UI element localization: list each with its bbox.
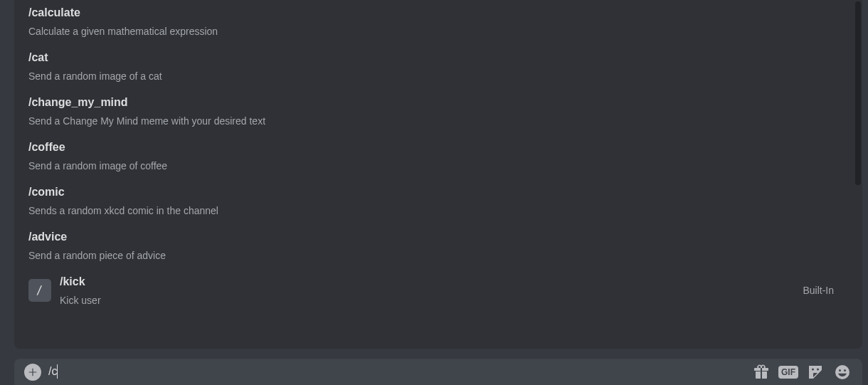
command-item[interactable]: /kickKick userBuilt-In	[28, 269, 840, 314]
command-description: Kick user	[60, 294, 803, 307]
message-input-bar: /c GIF	[14, 359, 862, 385]
command-description: Sends a random xkcd comic in the channel	[28, 204, 840, 217]
text-caret	[57, 364, 58, 379]
message-input[interactable]: /c	[48, 365, 746, 379]
message-input-text: /c	[48, 365, 57, 377]
command-name: /calculate	[28, 6, 840, 25]
command-autocomplete-panel: /calculateCalculate a given mathematical…	[14, 0, 862, 349]
command-item[interactable]: /coffeeSend a random image of coffee	[28, 135, 840, 179]
scrollbar-thumb[interactable]	[855, 1, 861, 185]
command-name: /change_my_mind	[28, 95, 840, 115]
command-name: /kick	[60, 275, 803, 294]
command-description: Calculate a given mathematical expressio…	[28, 25, 840, 38]
gif-button[interactable]: GIF	[780, 364, 797, 381]
gif-icon: GIF	[778, 366, 798, 379]
command-description: Send a random image of a cat	[28, 70, 840, 83]
command-item[interactable]: /adviceSend a random piece of advice	[28, 224, 840, 269]
command-list-scroll[interactable]: /calculateCalculate a given mathematical…	[14, 0, 854, 349]
command-item[interactable]: /catSend a random image of a cat	[28, 45, 840, 90]
plus-icon	[28, 367, 38, 377]
command-name: /advice	[28, 230, 840, 249]
command-body: /adviceSend a random piece of advice	[28, 230, 840, 262]
attach-button[interactable]	[24, 364, 41, 381]
gift-button[interactable]	[753, 364, 770, 381]
command-description: Send a Change My Mind meme with your des…	[28, 115, 840, 127]
command-body: /catSend a random image of a cat	[28, 51, 840, 83]
command-description: Send a random image of coffee	[28, 159, 840, 172]
input-actions: GIF	[753, 364, 851, 381]
command-item[interactable]: /change_my_mindSend a Change My Mind mem…	[28, 90, 840, 135]
command-name: /cat	[28, 51, 840, 70]
slash-command-icon	[28, 279, 51, 302]
command-name: /coffee	[28, 140, 840, 159]
command-source: Built-In	[803, 285, 840, 296]
emoji-button[interactable]	[834, 364, 851, 381]
command-body: /coffeeSend a random image of coffee	[28, 140, 840, 172]
command-body: /change_my_mindSend a Change My Mind mem…	[28, 95, 840, 127]
sticker-button[interactable]	[807, 364, 824, 381]
emoji-icon	[834, 364, 851, 381]
sticker-icon	[807, 364, 824, 381]
command-body: /calculateCalculate a given mathematical…	[28, 6, 840, 38]
command-body: /kickKick user	[60, 275, 803, 307]
command-description: Send a random piece of advice	[28, 249, 840, 262]
gift-icon	[753, 364, 770, 381]
command-item[interactable]: /comicSends a random xkcd comic in the c…	[28, 179, 840, 224]
command-body: /comicSends a random xkcd comic in the c…	[28, 185, 840, 217]
command-name: /comic	[28, 185, 840, 204]
command-item[interactable]: /calculateCalculate a given mathematical…	[28, 0, 840, 45]
